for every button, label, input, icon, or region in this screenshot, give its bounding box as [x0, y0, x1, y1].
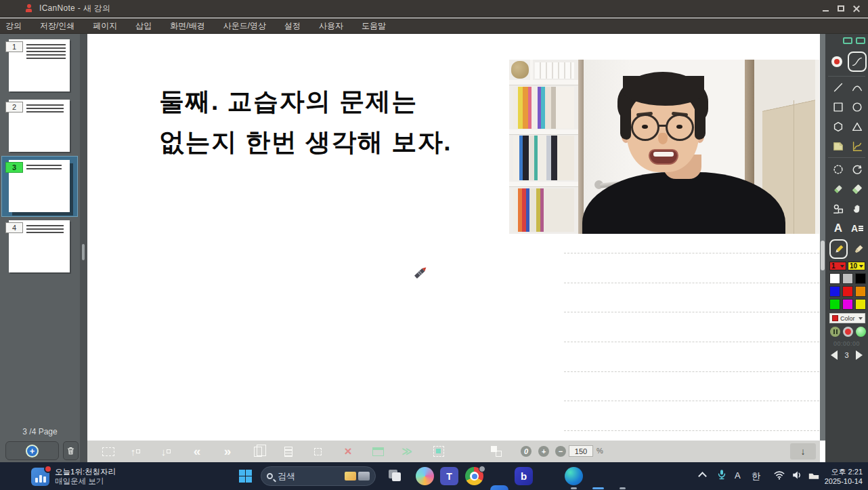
slide-thumbnail-1[interactable]: 1 — [9, 39, 70, 91]
zoom-out-button[interactable]: − — [554, 445, 567, 458]
menu-insert[interactable]: 삽입 — [135, 20, 152, 32]
ellipse-tool[interactable] — [848, 98, 866, 116]
slide-thumbnail-3[interactable]: 3 — [9, 160, 70, 212]
copy-page-button[interactable] — [251, 445, 265, 458]
swatch-blue[interactable] — [829, 286, 840, 297]
pan-tool[interactable] — [848, 200, 866, 218]
menu-user[interactable]: 사용자 — [319, 20, 343, 32]
text-tool[interactable]: A — [829, 220, 847, 237]
zoom-level-input[interactable] — [569, 445, 593, 457]
arrange-order-button[interactable] — [490, 445, 503, 458]
line-tool[interactable] — [829, 79, 847, 96]
swatch-orange[interactable] — [855, 286, 866, 297]
slide-thumbnail-2[interactable]: 2 — [9, 100, 70, 152]
paragraph-text-tool[interactable]: A — [848, 220, 866, 237]
menu-settings[interactable]: 설정 — [284, 20, 301, 32]
menu-sound-video[interactable]: 사운드/영상 — [223, 20, 266, 32]
swatch-green[interactable] — [829, 299, 840, 310]
marquee-select-button[interactable] — [102, 445, 115, 458]
paste-page-button[interactable] — [282, 445, 295, 458]
onedrive-tray-icon[interactable] — [808, 470, 820, 482]
send-backward-button[interactable]: ↓ — [159, 445, 173, 458]
fit-screen-button[interactable] — [432, 445, 446, 458]
wifi-icon[interactable] — [773, 470, 785, 483]
menu-page[interactable]: 페이지 — [93, 20, 117, 32]
graph-tool[interactable] — [848, 138, 866, 155]
bring-forward-button[interactable]: ↑ — [129, 445, 142, 458]
marker-tool[interactable] — [850, 241, 867, 258]
pencil-tool-selected[interactable] — [829, 239, 848, 259]
add-page-button[interactable]: + — [5, 441, 59, 460]
task-view-button[interactable] — [386, 467, 404, 485]
hexagon-tool[interactable] — [829, 118, 847, 136]
slide-thumbnail-3-selected[interactable]: 3 — [1, 156, 78, 217]
color-picker-dropdown[interactable]: Color — [829, 313, 865, 323]
rectangle-tool[interactable] — [829, 98, 847, 116]
start-button[interactable] — [239, 470, 252, 483]
chrome-app-icon[interactable] — [465, 467, 483, 485]
new-window-button[interactable] — [371, 445, 385, 458]
eraser-tool[interactable] — [829, 180, 847, 198]
delete-object-button[interactable]: × — [341, 445, 355, 458]
record-indicator-icon[interactable] — [831, 56, 842, 67]
triangle-tool[interactable] — [848, 118, 866, 136]
volume-icon[interactable] — [791, 470, 803, 483]
pause-recording-button[interactable] — [830, 327, 840, 337]
stroke-size-dropdown[interactable]: 1 — [829, 262, 846, 270]
screen-share-icon[interactable] — [843, 37, 852, 44]
vertical-scrollbar[interactable] — [820, 34, 825, 441]
stamp-tool[interactable] — [829, 200, 847, 218]
ime-korean-indicator[interactable]: 한 — [752, 470, 760, 483]
minimize-button[interactable] — [821, 4, 830, 14]
lecture-canvas[interactable]: 둘째. 교습자의 문제는 없는지 한번 생각해 보자. — [87, 34, 820, 441]
record-button[interactable] — [843, 327, 853, 337]
swatch-black[interactable] — [855, 273, 866, 284]
widgets-button[interactable]: 오늘1위:천칭자리 매일운세 보기 — [31, 467, 116, 486]
download-button[interactable]: ↓ — [790, 443, 816, 460]
play-forward-button[interactable]: ≫ — [400, 445, 414, 458]
curve-tool-selected[interactable] — [848, 52, 867, 72]
crop-button[interactable] — [311, 445, 324, 458]
search-app-icon[interactable] — [490, 485, 508, 490]
swatch-magenta[interactable] — [842, 299, 853, 310]
tray-chevron-up-icon[interactable] — [698, 472, 707, 481]
big-eraser-tool[interactable] — [848, 180, 866, 198]
panel-splitter[interactable] — [80, 34, 87, 462]
splitter-handle[interactable] — [82, 244, 85, 260]
menu-screen-background[interactable]: 화면/배경 — [170, 20, 204, 32]
redo-button[interactable]: » — [221, 445, 234, 458]
menu-save-print[interactable]: 저장/인쇄 — [40, 20, 74, 32]
swatch-white[interactable] — [829, 273, 840, 284]
scrollbar-thumb[interactable] — [821, 241, 825, 270]
delete-page-button[interactable] — [63, 441, 79, 460]
app-logo-icon — [24, 4, 33, 13]
swatch-gray[interactable] — [842, 273, 853, 284]
ime-latin-indicator[interactable]: A — [735, 470, 741, 481]
edge-app-icon[interactable] — [565, 467, 583, 485]
close-button[interactable] — [852, 4, 861, 14]
menu-help[interactable]: 도움말 — [362, 20, 386, 32]
dual-screen-icon[interactable] — [856, 37, 865, 44]
start-button[interactable] — [856, 327, 866, 337]
lasso-select-tool[interactable] — [829, 161, 847, 178]
rotate-tool[interactable] — [848, 161, 866, 178]
menu-lecture[interactable]: 강의 — [5, 20, 22, 32]
swatch-yellow[interactable] — [855, 299, 866, 310]
slide-thumbnail-4[interactable]: 4 — [9, 220, 70, 272]
next-page-icon[interactable] — [856, 350, 863, 360]
zoom-reset-button[interactable]: 0 — [519, 445, 533, 458]
search-box[interactable]: 검색 — [261, 466, 376, 486]
swatch-red[interactable] — [842, 286, 853, 297]
arc-tool[interactable] — [848, 79, 866, 96]
undo-button[interactable]: « — [190, 445, 204, 458]
memo-tool[interactable] — [829, 138, 847, 155]
stroke-width-dropdown[interactable]: 10 — [848, 262, 865, 270]
b-app-icon[interactable]: b — [515, 467, 533, 485]
teams-app-icon[interactable]: T — [440, 467, 458, 485]
previous-page-icon[interactable] — [831, 350, 838, 360]
microphone-tray-icon[interactable] — [716, 468, 727, 483]
maximize-button[interactable] — [836, 4, 846, 14]
taskbar-clock[interactable]: 오후 2:21 2025-10-14 — [825, 467, 863, 486]
zoom-in-button[interactable]: + — [537, 445, 550, 458]
copilot-app-icon[interactable] — [416, 467, 434, 485]
